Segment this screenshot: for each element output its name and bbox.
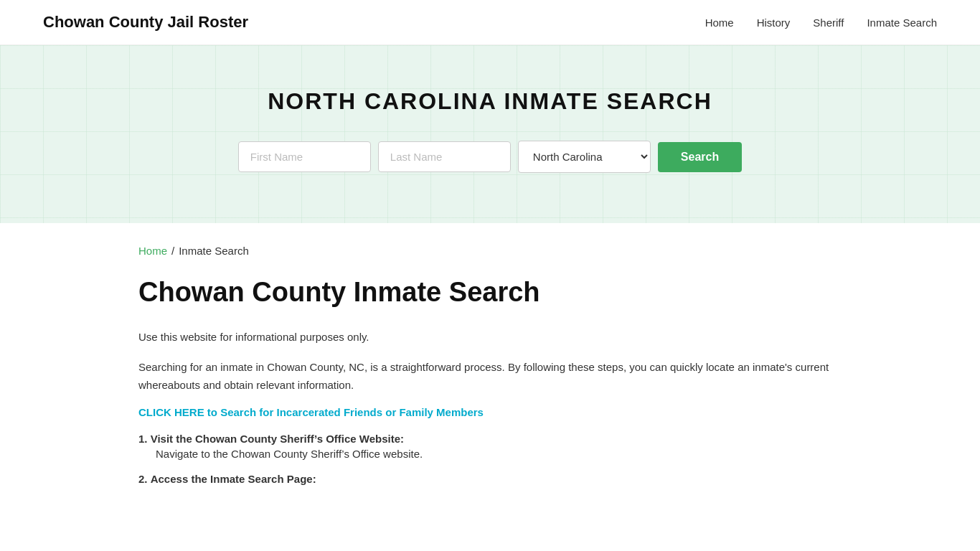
step-1-title: Visit the Chowan County Sheriff’s Office… [151,433,404,445]
hero-title: NORTH CAROLINA INMATE SEARCH [14,88,966,115]
inmate-search-form: North CarolinaAlabamaAlaskaArizonaArkans… [14,141,966,173]
intro-paragraph-2: Searching for an inmate in Chowan County… [138,358,842,395]
site-logo: Chowan County Jail Roster [43,13,248,32]
nav-sheriff[interactable]: Sheriff [813,17,844,29]
main-content: Home / Inmate Search Chowan County Inmat… [95,223,885,541]
nav-inmate-search[interactable]: Inmate Search [867,17,937,29]
breadcrumb-separator: / [171,245,174,257]
breadcrumb-home-link[interactable]: Home [138,245,167,257]
state-select[interactable]: North CarolinaAlabamaAlaskaArizonaArkans… [518,141,651,173]
cta-link[interactable]: CLICK HERE to Search for Incarcerated Fr… [138,406,484,418]
search-button[interactable]: Search [658,142,742,172]
intro-paragraph-1: Use this website for informational purpo… [138,328,842,347]
breadcrumb: Home / Inmate Search [138,245,842,257]
site-header: Chowan County Jail Roster Home History S… [0,0,980,45]
step-2-title: Access the Inmate Search Page: [151,473,316,485]
nav-home[interactable]: Home [705,17,734,29]
last-name-input[interactable] [378,141,511,172]
step-2: 2. Access the Inmate Search Page: [138,473,842,485]
step-1: 1. Visit the Chowan County Sheriff’s Off… [138,433,842,460]
steps-list: 1. Visit the Chowan County Sheriff’s Off… [138,433,842,485]
step-1-number: 1. [138,433,148,445]
step-1-description: Navigate to the Chowan County Sheriff’s … [138,448,842,460]
hero-section: NORTH CAROLINA INMATE SEARCH North Carol… [0,45,980,223]
nav-history[interactable]: History [757,17,791,29]
main-nav: Home History Sheriff Inmate Search [705,17,937,29]
step-2-number: 2. [138,473,148,485]
page-title: Chowan County Inmate Search [138,277,842,308]
first-name-input[interactable] [238,141,371,172]
breadcrumb-current: Inmate Search [179,245,249,257]
